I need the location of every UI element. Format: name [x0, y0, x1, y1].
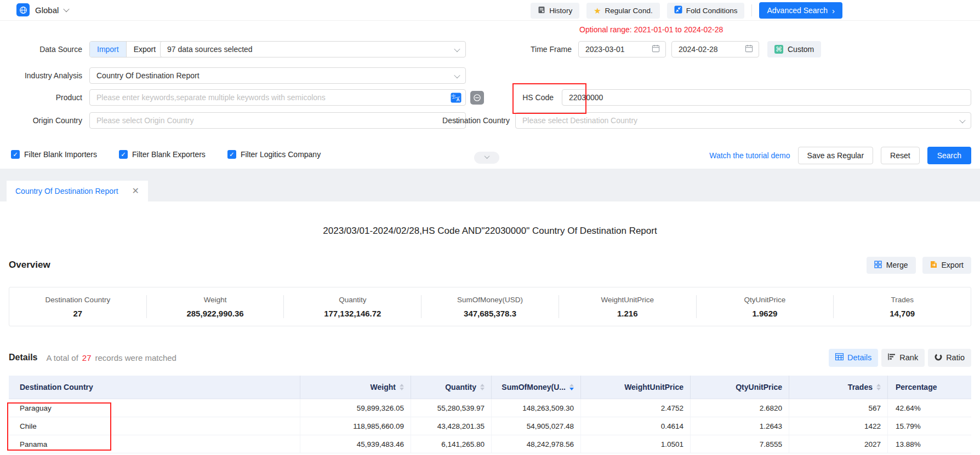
- industry-analysis-select[interactable]: Country Of Destination Report: [89, 67, 466, 84]
- chevron-down-icon: [454, 72, 460, 78]
- overview-stats-card: Destination Country27 Weight285,922,990.…: [9, 287, 971, 326]
- col-quantity[interactable]: Quantity: [411, 376, 492, 399]
- svg-text:中: 中: [452, 94, 456, 99]
- table-row: Panama 45,939,483.46 6,141,265.80 48,242…: [9, 435, 971, 453]
- destination-country-select[interactable]: Please select Destination Country: [515, 112, 971, 129]
- topbar: Global History ★ Regular Cond. Fold Cond…: [0, 0, 980, 21]
- table-header-row: Destination Country Weight Quantity SumO…: [9, 376, 971, 399]
- industry-analysis-label: Industry Analysis: [0, 67, 82, 84]
- view-rank-button[interactable]: Rank: [881, 349, 925, 367]
- report-content: 2023/03/01-2024/02/28,HS Code AND"220300…: [0, 226, 980, 453]
- export-toggle[interactable]: Export: [126, 42, 163, 57]
- records-matched-text: A total of 27 records were matched: [46, 353, 176, 362]
- filter-checkboxes: ✓ Filter Blank Importers ✓ Filter Blank …: [11, 150, 321, 159]
- stat-sum-of-money: SumOfMoney(USD)347,685,378.3: [421, 296, 559, 318]
- checkbox-filter-logitics-company[interactable]: ✓ Filter Logitics Company: [227, 150, 321, 159]
- form-actions: Watch the tutorial demo Save as Regular …: [709, 147, 971, 164]
- product-label: Product: [0, 89, 82, 106]
- tab-country-of-destination-report[interactable]: Country Of Destination Report ✕: [7, 181, 148, 201]
- col-trades[interactable]: Trades: [789, 376, 888, 399]
- import-toggle[interactable]: Import: [90, 42, 126, 57]
- fold-icon: [674, 5, 682, 15]
- stat-weight: Weight285,922,990.36: [147, 296, 284, 318]
- calendar-icon: [652, 44, 660, 54]
- chevron-right-icon: ›: [832, 6, 835, 15]
- tutorial-link[interactable]: Watch the tutorial demo: [709, 151, 790, 160]
- col-percentage: Percentage: [888, 376, 971, 399]
- table-body: Paraguay 59,899,326.05 55,280,539.97 148…: [9, 399, 971, 453]
- view-details-button[interactable]: Details: [829, 349, 878, 367]
- search-button[interactable]: Search: [927, 147, 971, 164]
- origin-country-select[interactable]: Please select Origin Country: [89, 112, 466, 129]
- sort-icon: [480, 384, 485, 390]
- tab-strip: Country Of Destination Report ✕: [0, 169, 980, 201]
- checkbox-filter-blank-exporters[interactable]: ✓ Filter Blank Exporters: [119, 150, 206, 159]
- col-weight[interactable]: Weight: [300, 376, 411, 399]
- stat-qty-unit-price: QtyUnitPrice1.9629: [697, 296, 834, 318]
- details-header: Details A total of 27 records were match…: [9, 348, 971, 367]
- date-to-input[interactable]: 2024-02-28: [671, 41, 759, 57]
- checkbox-filter-blank-importers[interactable]: ✓ Filter Blank Importers: [11, 150, 97, 159]
- time-frame-label: Time Frame: [489, 41, 572, 57]
- advanced-search-button[interactable]: Advanced Search ›: [759, 2, 842, 19]
- export-button[interactable]: Export: [922, 257, 971, 274]
- history-button[interactable]: History: [531, 3, 579, 19]
- chevron-down-icon: [64, 6, 70, 12]
- optional-range-note: Optional range: 2021-01-01 to 2024-02-28: [579, 25, 723, 34]
- overview-actions: Merge Export: [867, 257, 971, 274]
- history-icon: [538, 6, 545, 15]
- details-heading: Details: [9, 353, 37, 362]
- reset-button[interactable]: Reset: [881, 147, 920, 164]
- data-source-label: Data Source: [0, 41, 82, 57]
- custom-range-button[interactable]: ⌘ Custom: [767, 41, 821, 57]
- destination-country-label: Destination Country: [417, 112, 510, 129]
- filter-panel: Optional range: 2021-01-01 to 2024-02-28…: [0, 21, 980, 169]
- table-icon: [835, 353, 844, 362]
- donut-chart-icon: [935, 353, 942, 362]
- table-row: Chile 118,985,660.09 43,428,201.35 54,90…: [9, 417, 971, 435]
- save-as-regular-button[interactable]: Save as Regular: [798, 147, 874, 164]
- stat-quantity: Quantity177,132,146.72: [284, 296, 421, 318]
- sort-desc-active-icon: [569, 384, 574, 390]
- details-table: Destination Country Weight Quantity SumO…: [9, 376, 971, 453]
- stat-weight-unit-price: WeightUnitPrice1.216: [559, 296, 696, 318]
- close-icon[interactable]: ✕: [132, 187, 139, 195]
- app-page: Global History ★ Regular Cond. Fold Cond…: [0, 0, 980, 455]
- overview-heading: Overview: [9, 260, 50, 270]
- command-icon: ⌘: [774, 45, 783, 54]
- col-destination-country: Destination Country: [9, 376, 300, 399]
- expand-conditions-toggle[interactable]: [474, 152, 499, 164]
- view-ratio-button[interactable]: Ratio: [928, 349, 971, 367]
- translate-icon[interactable]: 中A: [451, 93, 461, 105]
- rank-chart-icon: [888, 353, 896, 362]
- checkbox-checked-icon: ✓: [11, 150, 20, 159]
- fold-conditions-button[interactable]: Fold Conditions: [667, 3, 745, 19]
- region-switcher[interactable]: Global: [16, 3, 69, 16]
- checkbox-checked-icon: ✓: [119, 150, 128, 159]
- col-sum-of-money[interactable]: SumOfMoney(U...: [492, 376, 581, 399]
- stat-trades: Trades14,709: [834, 296, 971, 318]
- cell-country: Paraguay: [9, 399, 300, 417]
- product-input-wrap: 中A: [89, 89, 466, 106]
- calendar-icon: [745, 44, 753, 54]
- regular-cond-button[interactable]: ★ Regular Cond.: [586, 3, 660, 19]
- star-icon: ★: [594, 7, 601, 15]
- divider: [751, 4, 752, 16]
- chevron-down-icon: [454, 46, 460, 52]
- col-qty-unit-price: QtyUnitPrice: [691, 376, 789, 399]
- report-title: 2023/03/01-2024/02/28,HS Code AND"220300…: [9, 226, 971, 237]
- cell-country: Chile: [9, 417, 300, 435]
- data-sources-select[interactable]: 97 data sources selected: [160, 41, 466, 57]
- data-source-toggle: Import Export: [89, 41, 163, 57]
- hs-code-input[interactable]: [562, 90, 971, 105]
- date-from-input[interactable]: 2023-03-01: [578, 41, 666, 57]
- checkbox-checked-icon: ✓: [227, 150, 236, 159]
- product-input[interactable]: [90, 90, 465, 105]
- stat-destination-country: Destination Country27: [9, 296, 146, 318]
- export-file-icon: [930, 261, 937, 270]
- overview-header: Overview Merge Export: [9, 256, 971, 274]
- merge-button[interactable]: Merge: [867, 257, 916, 274]
- chevron-down-icon: [959, 117, 965, 123]
- globe-icon: [16, 3, 30, 16]
- record-count: 27: [82, 353, 92, 362]
